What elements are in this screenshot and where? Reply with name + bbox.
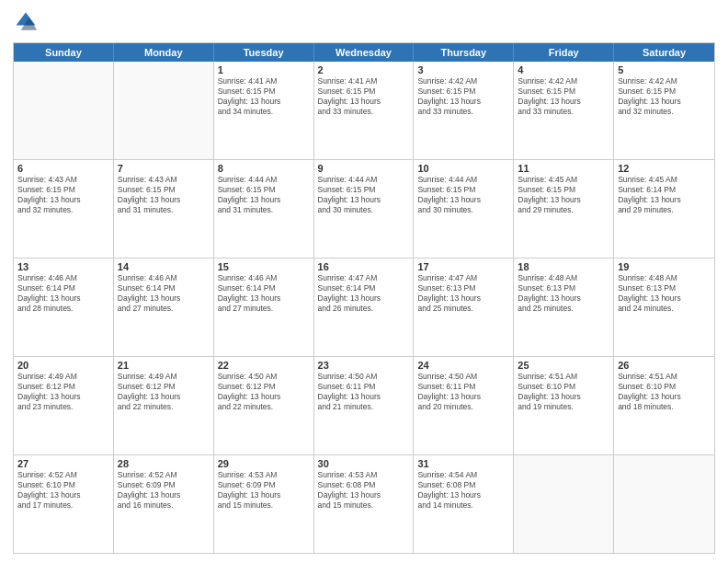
weekday-header-sunday: Sunday [14,43,114,62]
calendar-cell: 13Sunrise: 4:46 AM Sunset: 6:14 PM Dayli… [14,259,114,356]
weekday-header-tuesday: Tuesday [214,43,314,62]
calendar-cell: 12Sunrise: 4:45 AM Sunset: 6:14 PM Dayli… [614,160,714,258]
day-number: 15 [218,261,310,272]
logo-icon [13,9,39,35]
weekday-header-monday: Monday [114,43,214,62]
cell-info: Sunrise: 4:44 AM Sunset: 6:15 PM Dayligh… [318,175,410,215]
calendar-cell: 27Sunrise: 4:52 AM Sunset: 6:10 PM Dayli… [14,455,114,553]
calendar-cell: 23Sunrise: 4:50 AM Sunset: 6:11 PM Dayli… [314,357,415,454]
calendar-body: 1Sunrise: 4:41 AM Sunset: 6:15 PM Daylig… [14,62,714,553]
calendar-header: SundayMondayTuesdayWednesdayThursdayFrid… [14,43,714,62]
cell-info: Sunrise: 4:48 AM Sunset: 6:13 PM Dayligh… [518,273,609,314]
calendar-cell: 8Sunrise: 4:44 AM Sunset: 6:15 PM Daylig… [214,160,314,258]
cell-info: Sunrise: 4:45 AM Sunset: 6:15 PM Dayligh… [518,175,609,215]
calendar-cell: 2Sunrise: 4:41 AM Sunset: 6:15 PM Daylig… [314,62,415,159]
cell-info: Sunrise: 4:43 AM Sunset: 6:15 PM Dayligh… [118,175,210,215]
calendar-cell [114,62,214,159]
day-number: 24 [417,360,509,371]
calendar-row-5: 27Sunrise: 4:52 AM Sunset: 6:10 PM Dayli… [14,454,714,553]
day-number: 14 [118,261,210,272]
weekday-header-saturday: Saturday [614,43,714,62]
day-number: 25 [518,360,609,371]
day-number: 2 [318,64,410,75]
cell-info: Sunrise: 4:50 AM Sunset: 6:11 PM Dayligh… [417,372,509,412]
cell-info: Sunrise: 4:44 AM Sunset: 6:15 PM Dayligh… [218,175,310,215]
calendar: SundayMondayTuesdayWednesdayThursdayFrid… [13,42,715,554]
day-number: 3 [417,64,509,75]
calendar-cell: 5Sunrise: 4:42 AM Sunset: 6:15 PM Daylig… [614,62,714,159]
day-number: 19 [618,261,711,272]
day-number: 8 [218,163,310,174]
cell-info: Sunrise: 4:41 AM Sunset: 6:15 PM Dayligh… [218,76,310,117]
cell-info: Sunrise: 4:46 AM Sunset: 6:14 PM Dayligh… [118,273,210,314]
calendar-cell [14,62,114,159]
day-number: 29 [218,458,310,469]
day-number: 4 [518,64,609,75]
calendar-cell: 30Sunrise: 4:53 AM Sunset: 6:08 PM Dayli… [314,455,415,553]
page: SundayMondayTuesdayWednesdayThursdayFrid… [0,0,728,563]
weekday-header-thursday: Thursday [414,43,514,62]
calendar-cell: 25Sunrise: 4:51 AM Sunset: 6:10 PM Dayli… [514,357,614,454]
day-number: 16 [318,261,410,272]
cell-info: Sunrise: 4:50 AM Sunset: 6:12 PM Dayligh… [218,372,310,412]
cell-info: Sunrise: 4:42 AM Sunset: 6:15 PM Dayligh… [518,76,609,117]
cell-info: Sunrise: 4:49 AM Sunset: 6:12 PM Dayligh… [17,372,109,412]
day-number: 30 [318,458,410,469]
cell-info: Sunrise: 4:52 AM Sunset: 6:09 PM Dayligh… [118,470,210,511]
calendar-row-3: 13Sunrise: 4:46 AM Sunset: 6:14 PM Dayli… [14,258,714,356]
day-number: 18 [518,261,609,272]
calendar-cell: 17Sunrise: 4:47 AM Sunset: 6:13 PM Dayli… [414,259,514,356]
weekday-header-wednesday: Wednesday [314,43,415,62]
cell-info: Sunrise: 4:43 AM Sunset: 6:15 PM Dayligh… [17,175,109,215]
calendar-row-2: 6Sunrise: 4:43 AM Sunset: 6:15 PM Daylig… [14,159,714,258]
calendar-cell: 14Sunrise: 4:46 AM Sunset: 6:14 PM Dayli… [114,259,214,356]
calendar-row-1: 1Sunrise: 4:41 AM Sunset: 6:15 PM Daylig… [14,62,714,159]
cell-info: Sunrise: 4:44 AM Sunset: 6:15 PM Dayligh… [417,175,509,215]
day-number: 10 [417,163,509,174]
calendar-cell: 21Sunrise: 4:49 AM Sunset: 6:12 PM Dayli… [114,357,214,454]
day-number: 5 [618,64,711,75]
calendar-cell: 20Sunrise: 4:49 AM Sunset: 6:12 PM Dayli… [14,357,114,454]
calendar-cell: 3Sunrise: 4:42 AM Sunset: 6:15 PM Daylig… [414,62,514,159]
day-number: 28 [118,458,210,469]
cell-info: Sunrise: 4:47 AM Sunset: 6:14 PM Dayligh… [318,273,410,314]
calendar-cell: 16Sunrise: 4:47 AM Sunset: 6:14 PM Dayli… [314,259,415,356]
calendar-cell: 24Sunrise: 4:50 AM Sunset: 6:11 PM Dayli… [414,357,514,454]
day-number: 11 [518,163,609,174]
cell-info: Sunrise: 4:54 AM Sunset: 6:08 PM Dayligh… [417,470,509,511]
day-number: 1 [218,64,310,75]
calendar-cell [514,455,614,553]
cell-info: Sunrise: 4:46 AM Sunset: 6:14 PM Dayligh… [17,273,109,314]
calendar-cell: 15Sunrise: 4:46 AM Sunset: 6:14 PM Dayli… [214,259,314,356]
cell-info: Sunrise: 4:49 AM Sunset: 6:12 PM Dayligh… [118,372,210,412]
calendar-cell: 6Sunrise: 4:43 AM Sunset: 6:15 PM Daylig… [14,160,114,258]
calendar-cell: 10Sunrise: 4:44 AM Sunset: 6:15 PM Dayli… [414,160,514,258]
calendar-cell: 11Sunrise: 4:45 AM Sunset: 6:15 PM Dayli… [514,160,614,258]
calendar-cell: 1Sunrise: 4:41 AM Sunset: 6:15 PM Daylig… [214,62,314,159]
calendar-cell: 26Sunrise: 4:51 AM Sunset: 6:10 PM Dayli… [614,357,714,454]
day-number: 26 [618,360,711,371]
calendar-cell: 22Sunrise: 4:50 AM Sunset: 6:12 PM Dayli… [214,357,314,454]
cell-info: Sunrise: 4:52 AM Sunset: 6:10 PM Dayligh… [17,470,109,511]
day-number: 13 [17,261,109,272]
calendar-cell: 28Sunrise: 4:52 AM Sunset: 6:09 PM Dayli… [114,455,214,553]
cell-info: Sunrise: 4:51 AM Sunset: 6:10 PM Dayligh… [518,372,609,412]
calendar-cell [614,455,714,553]
cell-info: Sunrise: 4:42 AM Sunset: 6:15 PM Dayligh… [417,76,509,117]
calendar-row-4: 20Sunrise: 4:49 AM Sunset: 6:12 PM Dayli… [14,356,714,454]
calendar-cell: 9Sunrise: 4:44 AM Sunset: 6:15 PM Daylig… [314,160,415,258]
cell-info: Sunrise: 4:41 AM Sunset: 6:15 PM Dayligh… [318,76,410,117]
cell-info: Sunrise: 4:48 AM Sunset: 6:13 PM Dayligh… [618,273,711,314]
cell-info: Sunrise: 4:42 AM Sunset: 6:15 PM Dayligh… [618,76,711,117]
calendar-cell: 18Sunrise: 4:48 AM Sunset: 6:13 PM Dayli… [514,259,614,356]
day-number: 23 [318,360,410,371]
day-number: 6 [17,163,109,174]
header [13,9,715,35]
calendar-cell: 19Sunrise: 4:48 AM Sunset: 6:13 PM Dayli… [614,259,714,356]
cell-info: Sunrise: 4:50 AM Sunset: 6:11 PM Dayligh… [318,372,410,412]
cell-info: Sunrise: 4:47 AM Sunset: 6:13 PM Dayligh… [417,273,509,314]
calendar-cell: 31Sunrise: 4:54 AM Sunset: 6:08 PM Dayli… [414,455,514,553]
weekday-header-friday: Friday [514,43,614,62]
cell-info: Sunrise: 4:51 AM Sunset: 6:10 PM Dayligh… [618,372,711,412]
day-number: 20 [17,360,109,371]
